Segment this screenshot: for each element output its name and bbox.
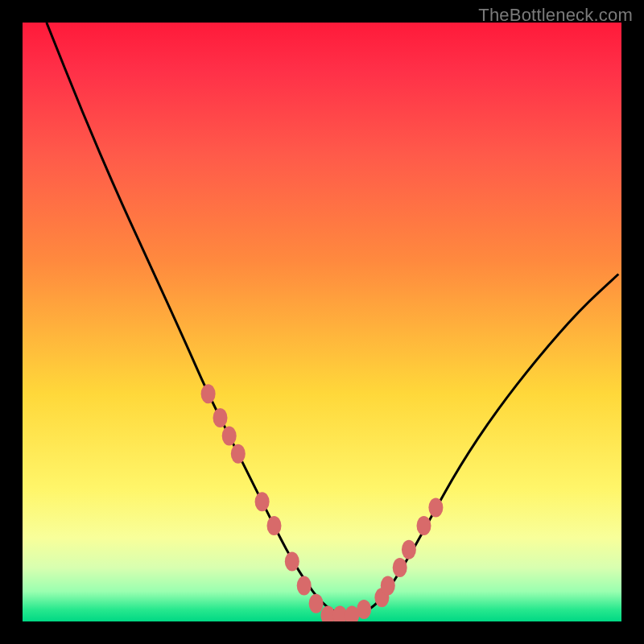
watermark-text: TheBottleneck.com: [478, 5, 633, 26]
curve-marker: [285, 552, 299, 572]
chart-svg: [23, 23, 621, 621]
curve-marker: [428, 498, 443, 518]
chart-frame: TheBottleneck.com: [0, 0, 644, 644]
curve-marker: [255, 492, 270, 511]
curve-marker: [213, 408, 228, 427]
curve-marker: [402, 540, 416, 559]
curve-marker: [309, 594, 324, 613]
curve-marker: [417, 516, 431, 535]
curve-marker: [267, 516, 282, 535]
bottleneck-curve: [47, 23, 619, 616]
marker-group: [201, 384, 444, 621]
curve-marker: [357, 600, 371, 619]
curve-marker: [381, 576, 395, 595]
curve-marker: [297, 576, 312, 595]
curve-marker: [231, 444, 246, 464]
curve-marker: [393, 558, 407, 577]
curve-marker: [201, 384, 216, 403]
curve-marker: [222, 426, 237, 445]
plot-area: [23, 23, 621, 621]
